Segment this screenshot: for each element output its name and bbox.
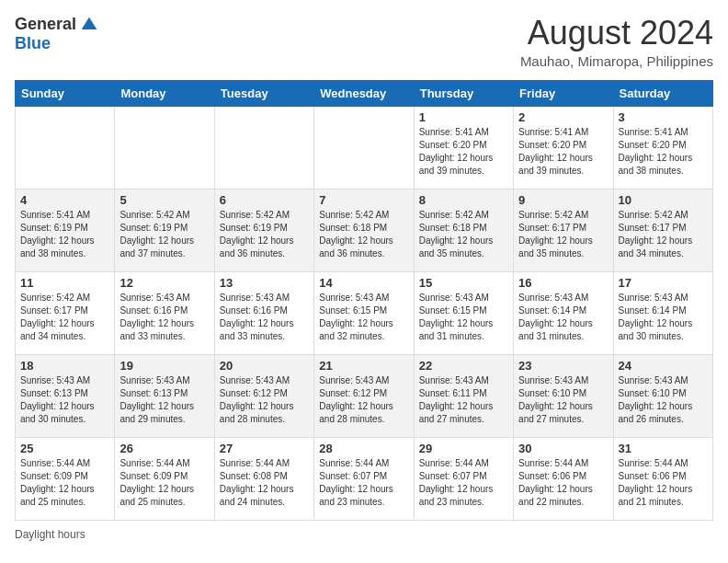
day-number: 26 bbox=[119, 442, 209, 455]
logo-blue-text: Blue bbox=[15, 34, 51, 53]
day-number: 1 bbox=[419, 110, 508, 124]
day-info: Sunrise: 5:43 AM Sunset: 6:14 PM Dayligh… bbox=[619, 292, 708, 343]
day-cell: 2Sunrise: 5:41 AM Sunset: 6:20 PM Daylig… bbox=[514, 106, 613, 189]
day-header-thursday: Thursday bbox=[414, 80, 513, 106]
logo: General Blue bbox=[15, 15, 98, 53]
day-number: 13 bbox=[220, 276, 309, 290]
day-number: 11 bbox=[20, 276, 109, 290]
day-info: Sunrise: 5:41 AM Sunset: 6:20 PM Dayligh… bbox=[619, 126, 708, 178]
day-number: 3 bbox=[619, 110, 708, 124]
day-cell: 12Sunrise: 5:43 AM Sunset: 6:16 PM Dayli… bbox=[115, 271, 214, 354]
day-cell: 28Sunrise: 5:44 AM Sunset: 6:07 PM Dayli… bbox=[314, 437, 414, 520]
day-number: 10 bbox=[619, 193, 708, 207]
day-number: 15 bbox=[419, 276, 508, 290]
day-number: 31 bbox=[619, 442, 708, 455]
day-cell: 9Sunrise: 5:42 AM Sunset: 6:17 PM Daylig… bbox=[514, 189, 613, 271]
day-info: Sunrise: 5:42 AM Sunset: 6:17 PM Dayligh… bbox=[20, 292, 109, 343]
day-cell: 16Sunrise: 5:43 AM Sunset: 6:14 PM Dayli… bbox=[514, 271, 613, 354]
day-info: Sunrise: 5:44 AM Sunset: 6:07 PM Dayligh… bbox=[319, 457, 408, 509]
day-info: Sunrise: 5:43 AM Sunset: 6:10 PM Dayligh… bbox=[518, 374, 608, 426]
day-cell: 1Sunrise: 5:41 AM Sunset: 6:20 PM Daylig… bbox=[414, 106, 513, 189]
day-cell bbox=[16, 106, 115, 189]
day-number: 23 bbox=[518, 359, 608, 373]
day-cell: 10Sunrise: 5:42 AM Sunset: 6:17 PM Dayli… bbox=[613, 189, 712, 271]
day-info: Sunrise: 5:43 AM Sunset: 6:13 PM Dayligh… bbox=[20, 374, 109, 426]
day-cell: 15Sunrise: 5:43 AM Sunset: 6:15 PM Dayli… bbox=[414, 271, 513, 354]
header: General Blue August 2024 Mauhao, Mimarop… bbox=[15, 15, 713, 69]
week-row-5: 25Sunrise: 5:44 AM Sunset: 6:09 PM Dayli… bbox=[16, 437, 713, 520]
day-cell: 7Sunrise: 5:42 AM Sunset: 6:18 PM Daylig… bbox=[314, 189, 414, 271]
day-info: Sunrise: 5:44 AM Sunset: 6:09 PM Dayligh… bbox=[20, 457, 109, 509]
header-row: SundayMondayTuesdayWednesdayThursdayFrid… bbox=[16, 80, 713, 106]
location-title: Mauhao, Mimaropa, Philippines bbox=[520, 53, 713, 69]
daylight-hours-label: Daylight hours bbox=[15, 528, 85, 541]
day-info: Sunrise: 5:43 AM Sunset: 6:12 PM Dayligh… bbox=[220, 374, 309, 426]
month-title: August 2024 bbox=[520, 15, 713, 52]
day-number: 29 bbox=[419, 442, 508, 455]
day-info: Sunrise: 5:44 AM Sunset: 6:06 PM Dayligh… bbox=[518, 457, 608, 509]
day-cell: 6Sunrise: 5:42 AM Sunset: 6:19 PM Daylig… bbox=[214, 189, 313, 271]
day-header-friday: Friday bbox=[514, 80, 613, 106]
day-number: 2 bbox=[518, 110, 608, 124]
day-info: Sunrise: 5:42 AM Sunset: 6:18 PM Dayligh… bbox=[419, 209, 508, 260]
day-number: 16 bbox=[518, 276, 608, 290]
day-cell: 4Sunrise: 5:41 AM Sunset: 6:19 PM Daylig… bbox=[16, 189, 115, 271]
day-info: Sunrise: 5:43 AM Sunset: 6:12 PM Dayligh… bbox=[319, 374, 408, 426]
day-cell: 19Sunrise: 5:43 AM Sunset: 6:13 PM Dayli… bbox=[115, 354, 214, 437]
day-cell: 25Sunrise: 5:44 AM Sunset: 6:09 PM Dayli… bbox=[16, 437, 115, 520]
day-info: Sunrise: 5:43 AM Sunset: 6:14 PM Dayligh… bbox=[518, 292, 608, 343]
day-info: Sunrise: 5:43 AM Sunset: 6:16 PM Dayligh… bbox=[119, 292, 209, 343]
day-cell: 29Sunrise: 5:44 AM Sunset: 6:07 PM Dayli… bbox=[414, 437, 513, 520]
day-number: 17 bbox=[619, 276, 708, 290]
day-info: Sunrise: 5:43 AM Sunset: 6:16 PM Dayligh… bbox=[220, 292, 309, 343]
day-number: 20 bbox=[220, 359, 309, 373]
day-header-monday: Monday bbox=[115, 80, 214, 106]
day-number: 21 bbox=[319, 359, 408, 373]
day-cell: 14Sunrise: 5:43 AM Sunset: 6:15 PM Dayli… bbox=[314, 271, 414, 354]
day-cell: 17Sunrise: 5:43 AM Sunset: 6:14 PM Dayli… bbox=[613, 271, 712, 354]
logo-general-text: General bbox=[15, 15, 76, 34]
day-cell: 20Sunrise: 5:43 AM Sunset: 6:12 PM Dayli… bbox=[214, 354, 313, 437]
day-info: Sunrise: 5:42 AM Sunset: 6:17 PM Dayligh… bbox=[619, 209, 708, 260]
day-cell: 30Sunrise: 5:44 AM Sunset: 6:06 PM Dayli… bbox=[514, 437, 613, 520]
day-info: Sunrise: 5:42 AM Sunset: 6:19 PM Dayligh… bbox=[220, 209, 309, 260]
day-cell: 23Sunrise: 5:43 AM Sunset: 6:10 PM Dayli… bbox=[514, 354, 613, 437]
day-number: 7 bbox=[319, 193, 408, 207]
day-header-tuesday: Tuesday bbox=[214, 80, 313, 106]
day-cell bbox=[214, 106, 313, 189]
day-info: Sunrise: 5:43 AM Sunset: 6:11 PM Dayligh… bbox=[419, 374, 508, 426]
day-cell bbox=[314, 106, 414, 189]
day-cell: 3Sunrise: 5:41 AM Sunset: 6:20 PM Daylig… bbox=[613, 106, 712, 189]
day-header-saturday: Saturday bbox=[613, 80, 712, 106]
day-cell: 13Sunrise: 5:43 AM Sunset: 6:16 PM Dayli… bbox=[214, 271, 313, 354]
day-info: Sunrise: 5:44 AM Sunset: 6:06 PM Dayligh… bbox=[619, 457, 708, 509]
day-number: 28 bbox=[319, 442, 408, 455]
day-cell: 21Sunrise: 5:43 AM Sunset: 6:12 PM Dayli… bbox=[314, 354, 414, 437]
day-number: 12 bbox=[119, 276, 209, 290]
day-info: Sunrise: 5:43 AM Sunset: 6:13 PM Dayligh… bbox=[119, 374, 209, 426]
day-info: Sunrise: 5:44 AM Sunset: 6:08 PM Dayligh… bbox=[220, 457, 309, 509]
day-number: 19 bbox=[119, 359, 209, 373]
day-info: Sunrise: 5:43 AM Sunset: 6:15 PM Dayligh… bbox=[319, 292, 408, 343]
day-number: 5 bbox=[119, 193, 209, 207]
day-cell: 27Sunrise: 5:44 AM Sunset: 6:08 PM Dayli… bbox=[214, 437, 313, 520]
day-cell: 31Sunrise: 5:44 AM Sunset: 6:06 PM Dayli… bbox=[613, 437, 712, 520]
day-info: Sunrise: 5:44 AM Sunset: 6:09 PM Dayligh… bbox=[119, 457, 209, 509]
day-info: Sunrise: 5:43 AM Sunset: 6:10 PM Dayligh… bbox=[619, 374, 708, 426]
day-header-sunday: Sunday bbox=[16, 80, 115, 106]
week-row-3: 11Sunrise: 5:42 AM Sunset: 6:17 PM Dayli… bbox=[16, 271, 713, 354]
week-row-2: 4Sunrise: 5:41 AM Sunset: 6:19 PM Daylig… bbox=[16, 189, 713, 271]
day-info: Sunrise: 5:43 AM Sunset: 6:15 PM Dayligh… bbox=[419, 292, 508, 343]
day-cell: 11Sunrise: 5:42 AM Sunset: 6:17 PM Dayli… bbox=[16, 271, 115, 354]
day-cell: 8Sunrise: 5:42 AM Sunset: 6:18 PM Daylig… bbox=[414, 189, 513, 271]
day-number: 9 bbox=[518, 193, 608, 207]
day-number: 22 bbox=[419, 359, 508, 373]
day-cell: 26Sunrise: 5:44 AM Sunset: 6:09 PM Dayli… bbox=[115, 437, 214, 520]
day-cell bbox=[115, 106, 214, 189]
day-cell: 24Sunrise: 5:43 AM Sunset: 6:10 PM Dayli… bbox=[613, 354, 712, 437]
day-header-wednesday: Wednesday bbox=[314, 80, 414, 106]
day-number: 27 bbox=[220, 442, 309, 455]
day-number: 24 bbox=[619, 359, 708, 373]
day-number: 6 bbox=[220, 193, 309, 207]
day-number: 30 bbox=[518, 442, 608, 455]
